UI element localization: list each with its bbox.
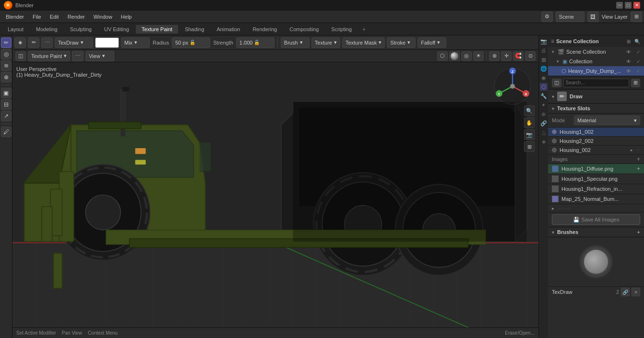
data-props-icon[interactable]: △	[540, 128, 548, 136]
mode-icon[interactable]: ◈	[14, 37, 26, 48]
workspace-icon[interactable]: ⚙	[541, 12, 553, 22]
props-mode-icon[interactable]: ◫	[552, 79, 561, 87]
viewport-mode-icon[interactable]: ◫	[15, 51, 26, 61]
brush-icon-btn[interactable]: ✏	[28, 37, 39, 48]
tab-scripting[interactable]: Scripting	[325, 25, 358, 34]
viewport[interactable]: {Array.from({length: 8}).map((_, i) => '…	[12, 62, 538, 327]
modifier-props-icon[interactable]: 🔧	[540, 92, 548, 100]
image-item-1[interactable]: Housing1_Diffuse.png +	[548, 164, 644, 174]
gizmo-toggle[interactable]: ✛	[501, 51, 512, 61]
properties-search-input[interactable]	[563, 79, 629, 87]
close-button[interactable]: ✕	[633, 2, 640, 9]
add-workspace-button[interactable]: +	[358, 25, 369, 34]
menu-blender[interactable]: Blender	[2, 13, 28, 21]
object-check-icon[interactable]: ✓	[634, 67, 642, 75]
image-item-2[interactable]: Housing1_Specular.png	[548, 174, 644, 184]
slot-item-3[interactable]: Housing_002 ▸ ⋯	[548, 146, 644, 155]
props-filter-icon[interactable]: ⊞	[631, 79, 641, 87]
output-props-icon[interactable]: 🖨	[540, 47, 548, 54]
brushes-add-icon[interactable]: +	[637, 229, 640, 235]
outliner-filter-icon[interactable]: ⊞	[625, 37, 632, 45]
radius-field[interactable]: 50 px 🔓	[172, 37, 210, 48]
menu-window[interactable]: Window	[90, 13, 116, 21]
minimize-button[interactable]: ─	[616, 2, 623, 9]
stroke-dropdown[interactable]: Stroke ▾	[387, 37, 416, 48]
props-search-bar[interactable]	[563, 79, 629, 87]
brushes-section-header[interactable]: ▾ Brushes +	[548, 227, 644, 237]
grid-button[interactable]: ⊞	[524, 141, 535, 152]
collection-eye-icon[interactable]: 👁	[625, 58, 632, 65]
draw-section-header[interactable]: ▾ ✏ Draw	[548, 90, 644, 104]
object-eye-icon[interactable]: 👁	[625, 67, 632, 75]
scene-selector[interactable]: Scene	[556, 12, 584, 22]
mask-tool-button[interactable]: ⊟	[1, 99, 12, 110]
blend-mode-dropdown[interactable]: Mix ▾	[121, 37, 150, 48]
outliner-search-icon[interactable]: 🔍	[633, 37, 641, 45]
texture-dropdown[interactable]: Texture ▾	[311, 37, 340, 48]
mode-dropdown[interactable]: Material ▾	[574, 116, 640, 125]
world-props-icon[interactable]: ◉	[540, 74, 548, 82]
menu-file[interactable]: File	[29, 13, 45, 21]
brush-close-button[interactable]: ✕	[632, 288, 640, 296]
tab-rendering[interactable]: Rendering	[247, 25, 283, 34]
image-item-4[interactable]: Map_25_Normal_Bum...	[548, 194, 644, 204]
tab-sculpting[interactable]: Sculpting	[64, 25, 97, 34]
slot-item-2[interactable]: Housing2_002	[548, 137, 644, 146]
render-props-icon[interactable]: 📷	[540, 37, 548, 45]
fill-tool-button[interactable]: ▣	[1, 88, 12, 98]
soften-tool-button[interactable]: ◎	[1, 49, 12, 59]
clone-tool-button[interactable]: ⊕	[1, 72, 12, 82]
rendered-shading-btn[interactable]: ☀	[473, 51, 484, 61]
view-dropdown[interactable]: View ▾	[85, 51, 114, 61]
tab-animation[interactable]: Animation	[211, 25, 246, 34]
physics-props-icon[interactable]: ⊕	[540, 110, 548, 118]
annotate-tool-button[interactable]: 🖊	[1, 127, 12, 137]
zoom-in-button[interactable]: 🔍	[524, 105, 535, 116]
menu-render[interactable]: Render	[64, 13, 89, 21]
draw-tool-button[interactable]: ✏	[1, 37, 12, 48]
options-icon[interactable]: ⋯	[41, 37, 53, 48]
camera-button[interactable]: 📷	[524, 129, 535, 140]
tab-modeling[interactable]: Modeling	[30, 25, 63, 34]
image-item-3[interactable]: Housing1_Refraction_in...	[548, 184, 644, 194]
tab-compositing[interactable]: Compositing	[284, 25, 324, 34]
particles-props-icon[interactable]: ✦	[540, 101, 548, 109]
scene-collection-row[interactable]: ▾ 🎬 Scene Collection 👁 ✓	[548, 47, 644, 57]
overlay-toggle[interactable]: ⊛	[489, 51, 500, 61]
proportional-edit[interactable]: ⊙	[525, 51, 536, 61]
brush-dropdown[interactable]: Brush ▾	[281, 37, 310, 48]
tab-texture-paint[interactable]: Texture Paint	[136, 25, 178, 34]
constraints-props-icon[interactable]: 🔗	[540, 119, 548, 127]
texture-slots-header[interactable]: ▾ Texture Slots	[548, 104, 644, 114]
scene-props-icon[interactable]: 🌐	[540, 65, 548, 72]
texture-mask-dropdown[interactable]: Texture Mask ▾	[342, 37, 385, 48]
add-image-button[interactable]: +	[637, 156, 640, 163]
menu-help[interactable]: Help	[117, 13, 136, 21]
scene-check-icon[interactable]: ✓	[634, 48, 642, 56]
strength-field[interactable]: 1.000 🔓	[236, 37, 274, 48]
brush-mode-dropdown[interactable]: TexDraw ▾	[55, 37, 93, 48]
brush-link-button[interactable]: 🔗	[621, 288, 630, 296]
tab-uv-editing[interactable]: UV Editing	[98, 25, 135, 34]
color-swatch[interactable]	[95, 37, 119, 48]
collection-check-icon[interactable]: ✓	[634, 58, 642, 65]
paint-mode-dropdown[interactable]: Texture Paint ▾	[28, 51, 70, 61]
object-row-1[interactable]: ⬡ Heavy_Duty_Dump_... 👁 ✓	[548, 66, 644, 76]
images-expand-row[interactable]: ▸ ⋯⋯⋯	[548, 204, 644, 212]
scene-eye-icon[interactable]: 👁	[625, 48, 632, 56]
view-layer-icon[interactable]: 🖼	[587, 12, 599, 22]
snap-toggle[interactable]: 🧲	[513, 51, 524, 61]
tab-layout[interactable]: Layout	[2, 25, 29, 34]
solid-shading-btn[interactable]	[449, 51, 460, 61]
falloff-dropdown[interactable]: Falloff ▾	[417, 37, 446, 48]
view-layer-options[interactable]: ⊞	[631, 12, 642, 22]
smear-tool-button[interactable]: ≋	[1, 60, 12, 71]
paint-mode-expand[interactable]: ⋯	[72, 51, 83, 61]
pan-button[interactable]: ✋	[524, 117, 535, 128]
save-all-images-button[interactable]: 💾 Save All Images	[552, 214, 640, 225]
tab-shading[interactable]: Shading	[179, 25, 210, 34]
select-tool-button[interactable]: ↗	[1, 111, 12, 121]
object-props-icon[interactable]: ⬡	[540, 83, 548, 91]
maximize-button[interactable]: □	[625, 2, 632, 9]
collection-row[interactable]: ▾ ▣ Collection 👁 ✓	[548, 57, 644, 66]
